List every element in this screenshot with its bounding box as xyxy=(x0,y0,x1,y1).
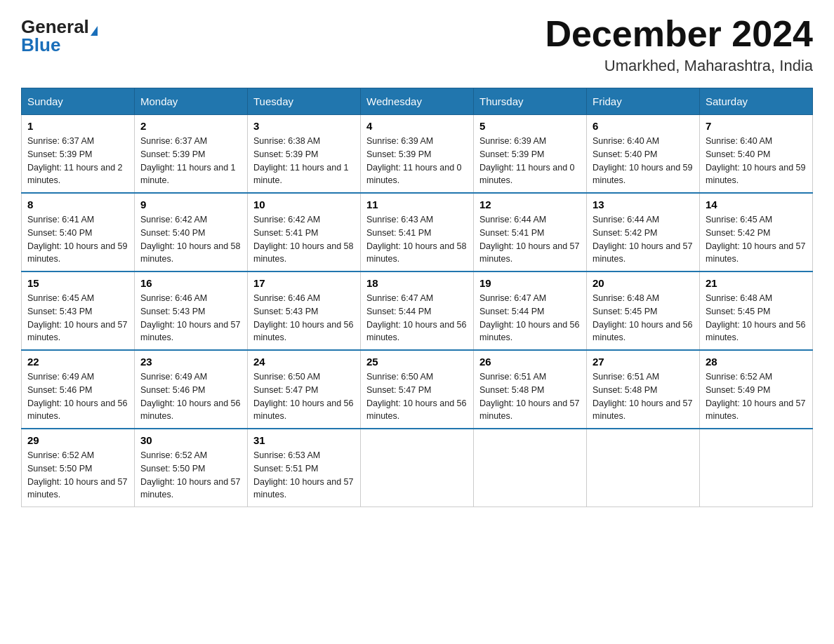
table-row: 18 Sunrise: 6:47 AMSunset: 5:44 PMDaylig… xyxy=(361,271,474,350)
header-monday: Monday xyxy=(135,88,248,115)
day-info: Sunrise: 6:40 AMSunset: 5:40 PMDaylight:… xyxy=(706,136,805,185)
table-row: 25 Sunrise: 6:50 AMSunset: 5:47 PMDaylig… xyxy=(361,350,474,429)
day-info: Sunrise: 6:46 AMSunset: 5:43 PMDaylight:… xyxy=(140,293,240,342)
table-row: 1 Sunrise: 6:37 AMSunset: 5:39 PMDayligh… xyxy=(22,115,135,194)
day-info: Sunrise: 6:50 AMSunset: 5:47 PMDaylight:… xyxy=(366,372,466,421)
month-title: December 2024 xyxy=(545,14,813,54)
table-row: 22 Sunrise: 6:49 AMSunset: 5:46 PMDaylig… xyxy=(22,350,135,429)
day-info: Sunrise: 6:52 AMSunset: 5:50 PMDaylight:… xyxy=(140,450,240,499)
page-header: General Blue December 2024 Umarkhed, Mah… xyxy=(21,14,813,75)
day-number: 21 xyxy=(706,277,807,289)
logo-general-text: General xyxy=(21,18,89,36)
day-info: Sunrise: 6:46 AMSunset: 5:43 PMDaylight:… xyxy=(253,293,353,342)
day-info: Sunrise: 6:50 AMSunset: 5:47 PMDaylight:… xyxy=(253,372,353,421)
day-info: Sunrise: 6:37 AMSunset: 5:39 PMDaylight:… xyxy=(140,136,236,185)
calendar-body: 1 Sunrise: 6:37 AMSunset: 5:39 PMDayligh… xyxy=(22,115,813,507)
day-number: 11 xyxy=(366,199,468,210)
day-info: Sunrise: 6:48 AMSunset: 5:45 PMDaylight:… xyxy=(706,293,805,342)
table-row: 12 Sunrise: 6:44 AMSunset: 5:41 PMDaylig… xyxy=(474,193,587,271)
table-row xyxy=(700,429,813,507)
table-row: 8 Sunrise: 6:41 AMSunset: 5:40 PMDayligh… xyxy=(22,193,135,271)
table-row: 20 Sunrise: 6:48 AMSunset: 5:45 PMDaylig… xyxy=(587,271,700,350)
table-row: 16 Sunrise: 6:46 AMSunset: 5:43 PMDaylig… xyxy=(135,271,248,350)
day-number: 26 xyxy=(479,356,581,368)
calendar-table: Sunday Monday Tuesday Wednesday Thursday… xyxy=(21,88,813,507)
day-number: 2 xyxy=(140,120,241,132)
day-info: Sunrise: 6:42 AMSunset: 5:41 PMDaylight:… xyxy=(253,215,353,264)
day-number: 22 xyxy=(27,356,128,368)
day-number: 5 xyxy=(479,120,581,132)
day-info: Sunrise: 6:41 AMSunset: 5:40 PMDaylight:… xyxy=(27,215,127,264)
table-row: 6 Sunrise: 6:40 AMSunset: 5:40 PMDayligh… xyxy=(587,115,700,194)
table-row: 28 Sunrise: 6:52 AMSunset: 5:49 PMDaylig… xyxy=(700,350,813,429)
table-row: 31 Sunrise: 6:53 AMSunset: 5:51 PMDaylig… xyxy=(248,429,361,507)
table-row: 9 Sunrise: 6:42 AMSunset: 5:40 PMDayligh… xyxy=(135,193,248,271)
day-number: 28 xyxy=(706,356,807,368)
day-info: Sunrise: 6:52 AMSunset: 5:50 PMDaylight:… xyxy=(27,450,127,499)
location-subtitle: Umarkhed, Maharashtra, India xyxy=(545,57,813,75)
table-row: 21 Sunrise: 6:48 AMSunset: 5:45 PMDaylig… xyxy=(700,271,813,350)
day-number: 14 xyxy=(706,199,807,210)
day-info: Sunrise: 6:51 AMSunset: 5:48 PMDaylight:… xyxy=(593,372,692,421)
day-number: 20 xyxy=(593,277,694,289)
day-info: Sunrise: 6:42 AMSunset: 5:40 PMDaylight:… xyxy=(140,215,240,264)
day-number: 8 xyxy=(27,199,128,210)
day-number: 29 xyxy=(27,434,128,446)
day-number: 27 xyxy=(593,356,694,368)
day-number: 24 xyxy=(253,356,355,368)
table-row xyxy=(474,429,587,507)
day-info: Sunrise: 6:49 AMSunset: 5:46 PMDaylight:… xyxy=(27,372,127,421)
table-row: 23 Sunrise: 6:49 AMSunset: 5:46 PMDaylig… xyxy=(135,350,248,429)
day-info: Sunrise: 6:43 AMSunset: 5:41 PMDaylight:… xyxy=(366,215,466,264)
table-row: 29 Sunrise: 6:52 AMSunset: 5:50 PMDaylig… xyxy=(22,429,135,507)
header-wednesday: Wednesday xyxy=(361,88,474,115)
table-row: 19 Sunrise: 6:47 AMSunset: 5:44 PMDaylig… xyxy=(474,271,587,350)
day-number: 7 xyxy=(706,120,807,132)
day-number: 13 xyxy=(593,199,694,210)
day-number: 31 xyxy=(253,434,355,446)
table-row: 13 Sunrise: 6:44 AMSunset: 5:42 PMDaylig… xyxy=(587,193,700,271)
day-info: Sunrise: 6:47 AMSunset: 5:44 PMDaylight:… xyxy=(479,293,579,342)
day-info: Sunrise: 6:38 AMSunset: 5:39 PMDaylight:… xyxy=(253,136,349,185)
day-info: Sunrise: 6:44 AMSunset: 5:41 PMDaylight:… xyxy=(479,215,579,264)
calendar-header: Sunday Monday Tuesday Wednesday Thursday… xyxy=(22,88,813,115)
table-row: 27 Sunrise: 6:51 AMSunset: 5:48 PMDaylig… xyxy=(587,350,700,429)
day-number: 19 xyxy=(479,277,581,289)
logo-blue-text: Blue xyxy=(21,36,60,54)
header-tuesday: Tuesday xyxy=(248,88,361,115)
day-info: Sunrise: 6:39 AMSunset: 5:39 PMDaylight:… xyxy=(479,136,575,185)
day-number: 16 xyxy=(140,277,241,289)
table-row: 11 Sunrise: 6:43 AMSunset: 5:41 PMDaylig… xyxy=(361,193,474,271)
day-info: Sunrise: 6:53 AMSunset: 5:51 PMDaylight:… xyxy=(253,450,353,499)
table-row: 3 Sunrise: 6:38 AMSunset: 5:39 PMDayligh… xyxy=(248,115,361,194)
day-info: Sunrise: 6:45 AMSunset: 5:43 PMDaylight:… xyxy=(27,293,127,342)
table-row: 4 Sunrise: 6:39 AMSunset: 5:39 PMDayligh… xyxy=(361,115,474,194)
day-number: 3 xyxy=(253,120,355,132)
day-info: Sunrise: 6:49 AMSunset: 5:46 PMDaylight:… xyxy=(140,372,240,421)
header-sunday: Sunday xyxy=(22,88,135,115)
day-number: 9 xyxy=(140,199,241,210)
table-row: 2 Sunrise: 6:37 AMSunset: 5:39 PMDayligh… xyxy=(135,115,248,194)
table-row: 24 Sunrise: 6:50 AMSunset: 5:47 PMDaylig… xyxy=(248,350,361,429)
logo: General Blue xyxy=(21,14,98,54)
header-saturday: Saturday xyxy=(700,88,813,115)
table-row: 30 Sunrise: 6:52 AMSunset: 5:50 PMDaylig… xyxy=(135,429,248,507)
table-row: 17 Sunrise: 6:46 AMSunset: 5:43 PMDaylig… xyxy=(248,271,361,350)
table-row xyxy=(587,429,700,507)
header-thursday: Thursday xyxy=(474,88,587,115)
table-row: 10 Sunrise: 6:42 AMSunset: 5:41 PMDaylig… xyxy=(248,193,361,271)
day-number: 1 xyxy=(27,120,128,132)
table-row: 15 Sunrise: 6:45 AMSunset: 5:43 PMDaylig… xyxy=(22,271,135,350)
day-info: Sunrise: 6:40 AMSunset: 5:40 PMDaylight:… xyxy=(593,136,692,185)
day-number: 12 xyxy=(479,199,581,210)
day-number: 15 xyxy=(27,277,128,289)
title-section: December 2024 Umarkhed, Maharashtra, Ind… xyxy=(545,14,813,75)
logo-arrow-icon xyxy=(91,26,98,36)
day-info: Sunrise: 6:48 AMSunset: 5:45 PMDaylight:… xyxy=(593,293,692,342)
day-number: 25 xyxy=(366,356,468,368)
day-info: Sunrise: 6:37 AMSunset: 5:39 PMDaylight:… xyxy=(27,136,123,185)
table-row: 26 Sunrise: 6:51 AMSunset: 5:48 PMDaylig… xyxy=(474,350,587,429)
day-info: Sunrise: 6:44 AMSunset: 5:42 PMDaylight:… xyxy=(593,215,692,264)
day-info: Sunrise: 6:45 AMSunset: 5:42 PMDaylight:… xyxy=(706,215,805,264)
day-info: Sunrise: 6:39 AMSunset: 5:39 PMDaylight:… xyxy=(366,136,462,185)
